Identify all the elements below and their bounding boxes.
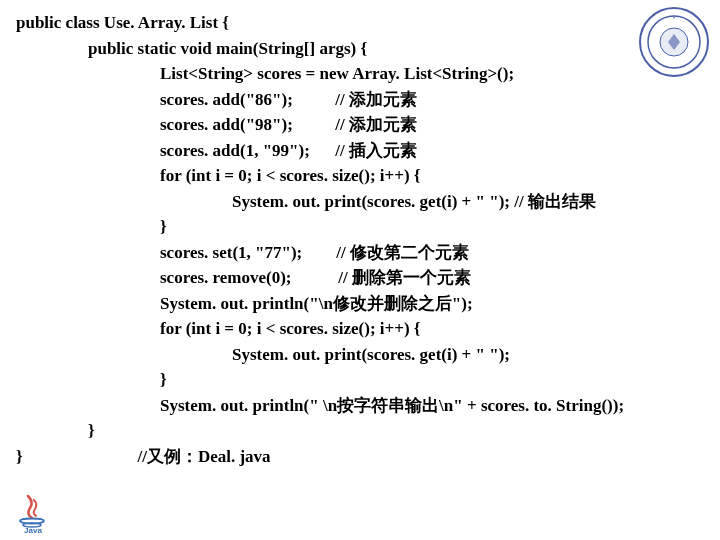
code-line: for (int i = 0; i < scores. size(); i++)… xyxy=(16,316,720,342)
java-logo-icon: Java xyxy=(10,494,56,534)
code-line: } xyxy=(16,418,720,444)
svg-text:Java: Java xyxy=(24,526,42,534)
code-line: System. out. print(scores. get(i) + " ")… xyxy=(16,342,720,368)
code-line: System. out. print(scores. get(i) + " ")… xyxy=(16,189,720,215)
svg-text:•: • xyxy=(673,15,675,21)
code-line: scores. add("98"); // 添加元素 xyxy=(16,112,720,138)
code-line: System. out. println(" \n按字符串输出\n" + sco… xyxy=(16,393,720,419)
code-line: scores. set(1, "77"); // 修改第二个元素 xyxy=(16,240,720,266)
code-line: for (int i = 0; i < scores. size(); i++)… xyxy=(16,163,720,189)
svg-text:•: • xyxy=(673,65,675,71)
code-line: scores. add(1, "99"); // 插入元素 xyxy=(16,138,720,164)
code-line: System. out. println("\n修改并删除之后"); xyxy=(16,291,720,317)
code-line: } xyxy=(16,367,720,393)
code-line: scores. add("86"); // 添加元素 xyxy=(16,87,720,113)
university-seal-icon: • • xyxy=(638,6,710,78)
code-line: scores. remove(0); // 删除第一个元素 xyxy=(16,265,720,291)
code-line: } xyxy=(16,214,720,240)
code-block: public class Use. Array. List { public s… xyxy=(0,0,720,469)
code-line: List<String> scores = new Array. List<St… xyxy=(16,61,720,87)
code-line: } //又例：Deal. java xyxy=(16,444,720,470)
code-line: public class Use. Array. List { xyxy=(16,10,720,36)
code-line: public static void main(String[] args) { xyxy=(16,36,720,62)
